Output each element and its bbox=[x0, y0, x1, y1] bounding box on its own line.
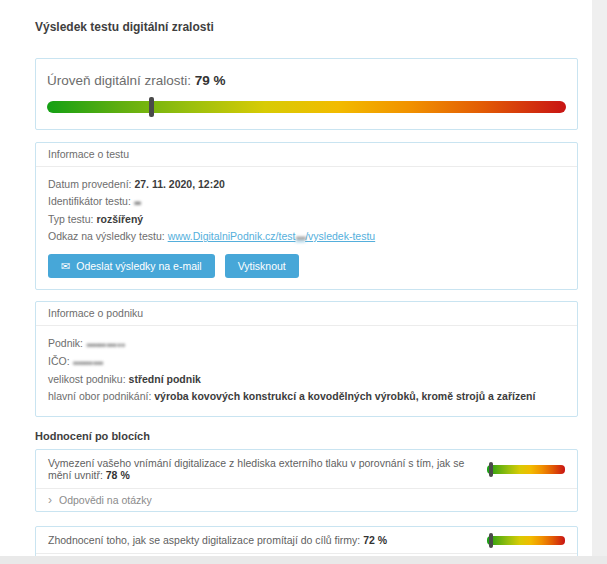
test-link-row: Odkaz na výsledky testu: www.DigitalniPo… bbox=[48, 228, 565, 246]
company-info-card: Informace o podniku Podnik: ●●●●●● ●●● ●… bbox=[35, 301, 578, 417]
results-page: Výsledek testu digitální zralosti Úroveň… bbox=[35, 0, 578, 564]
company-sector-row: hlavní obor podnikání: výroba kovových k… bbox=[48, 388, 565, 405]
test-date-label: Datum provedení: bbox=[48, 178, 131, 190]
block-1-title-row: Vymezení vašeho vnímání digitalizace z h… bbox=[36, 450, 577, 488]
test-id-label: Identifikátor testu: bbox=[48, 195, 131, 207]
results-link-part1: www.DigitalniPodnik.cz/test bbox=[168, 230, 296, 242]
block-2-value: 72 % bbox=[363, 534, 387, 546]
score-label: Úroveň digitální zralosti: bbox=[47, 73, 191, 88]
gauge-track bbox=[487, 536, 565, 545]
gauge-marker bbox=[489, 462, 493, 477]
company-size-row: velikost podniku: střední podnik bbox=[48, 371, 565, 388]
ico-label: IČO: bbox=[48, 355, 70, 367]
score-value: 79 % bbox=[195, 73, 226, 88]
company-size-label: velikost podniku: bbox=[48, 373, 126, 385]
test-link-label: Odkaz na výsledky testu: bbox=[48, 230, 165, 242]
gauge-marker bbox=[489, 533, 493, 548]
chevron-right-icon: › bbox=[48, 495, 52, 505]
test-date-row: Datum provedení: 27. 11. 2020, 12:20 bbox=[48, 176, 565, 193]
company-row: Podnik: ●●●●●● ●●● ● ● bbox=[48, 335, 565, 353]
test-info-card: Informace o testu Datum provedení: 27. 1… bbox=[35, 142, 578, 290]
test-type-row: Typ testu: rozšířený bbox=[48, 211, 565, 228]
score-card: Úroveň digitální zralosti: 79 % bbox=[35, 58, 578, 130]
company-label: Podnik: bbox=[48, 337, 83, 349]
company-info-body: Podnik: ●●●●●● ●●● ● ● IČO: ●●●●●● ●●● v… bbox=[36, 326, 577, 416]
test-id-value: ●● bbox=[134, 199, 140, 206]
test-info-header: Informace o testu bbox=[36, 143, 577, 167]
ico-value: ●●●●●● ●●● bbox=[73, 359, 103, 366]
right-gutter bbox=[592, 0, 607, 564]
company-sector-label: hlavní obor podnikání: bbox=[48, 390, 151, 402]
bottom-gutter bbox=[0, 556, 607, 564]
company-info-header: Informace o podniku bbox=[36, 302, 577, 326]
block-1-answers-label: Odpovědi na otázky bbox=[59, 494, 152, 506]
email-icon: ✉ bbox=[61, 261, 70, 272]
test-type-label: Typ testu: bbox=[48, 213, 94, 225]
block-2-title: Zhodnocení toho, jak se aspekty digitali… bbox=[48, 534, 477, 546]
score-line: Úroveň digitální zralosti: 79 % bbox=[47, 73, 566, 88]
print-label: Vytisknout bbox=[238, 260, 286, 272]
send-email-label: Odeslat výsledky na e-mail bbox=[76, 260, 201, 272]
block-1-answers-toggle[interactable]: › Odpovědi na otázky bbox=[36, 488, 577, 511]
test-info-body: Datum provedení: 27. 11. 2020, 12:20 Ide… bbox=[36, 167, 577, 289]
block-2-title-text: Zhodnocení toho, jak se aspekty digitali… bbox=[48, 534, 360, 546]
test-type-value: rozšířený bbox=[96, 213, 143, 225]
results-link[interactable]: www.DigitalniPodnik.cz/test●●●/vysledek-… bbox=[168, 230, 376, 242]
results-link-redacted: ●●● bbox=[295, 234, 305, 241]
block-1-value: 78 % bbox=[106, 469, 130, 481]
block-2-title-row: Zhodnocení toho, jak se aspekty digitali… bbox=[36, 527, 577, 553]
block-1-gauge bbox=[487, 465, 565, 474]
company-sector-value: výroba kovových konstrukcí a kovodělných… bbox=[154, 390, 535, 402]
block-card-1: Vymezení vašeho vnímání digitalizace z h… bbox=[35, 449, 578, 512]
ico-row: IČO: ●●●●●● ●●● bbox=[48, 353, 565, 371]
gauge-marker bbox=[149, 97, 154, 117]
test-date-value: 27. 11. 2020, 12:20 bbox=[134, 178, 225, 190]
block-1-title: Vymezení vašeho vnímání digitalizace z h… bbox=[48, 457, 477, 481]
test-actions: ✉ Odeslat výsledky na e-mail Vytisknout bbox=[48, 254, 565, 278]
company-size-value: střední podnik bbox=[129, 373, 201, 385]
block-2-gauge bbox=[487, 536, 565, 545]
test-id-row: Identifikátor testu: ●● bbox=[48, 193, 565, 211]
gauge-track bbox=[487, 465, 565, 474]
blocks-heading: Hodnocení po blocích bbox=[35, 430, 578, 442]
print-button[interactable]: Vytisknout bbox=[225, 254, 299, 278]
results-link-part2: /vysledek-testu bbox=[305, 230, 375, 242]
company-value: ●●●●●● ●●● ● ● bbox=[86, 341, 124, 348]
maturity-gauge bbox=[47, 101, 566, 113]
page-title: Výsledek testu digitální zralosti bbox=[35, 20, 578, 34]
send-email-button[interactable]: ✉ Odeslat výsledky na e-mail bbox=[48, 254, 215, 278]
gauge-track bbox=[47, 101, 566, 113]
